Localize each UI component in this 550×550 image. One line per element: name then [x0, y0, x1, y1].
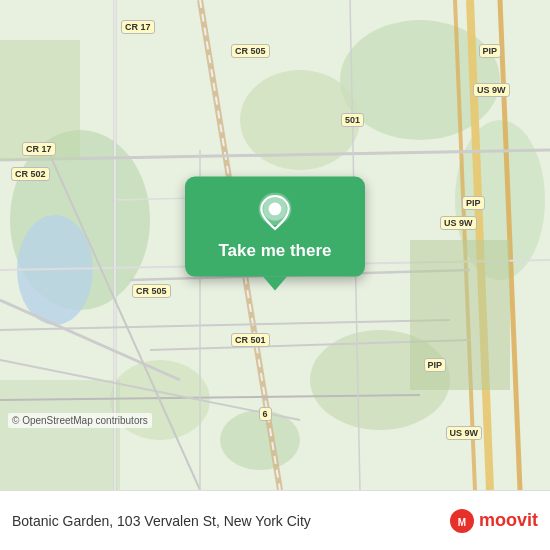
svg-text:M: M — [458, 517, 466, 528]
road-label-cr502: CR 502 — [11, 167, 50, 181]
road-label-cr505-bot: CR 505 — [132, 284, 171, 298]
road-label-pip-top: PIP — [479, 44, 502, 58]
road-label-cr17-mid: CR 17 — [22, 142, 56, 156]
location-pin-icon — [255, 193, 295, 233]
road-label-cr17-top: CR 17 — [121, 20, 155, 34]
svg-rect-7 — [0, 380, 120, 490]
footer: Botanic Garden, 103 Vervalen St, New Yor… — [0, 490, 550, 550]
road-label-6: 6 — [259, 407, 272, 421]
moovit-logo-icon: M — [449, 508, 475, 534]
road-label-us9w-top: US 9W — [473, 83, 510, 97]
copyright-text: © OpenStreetMap contributors — [8, 413, 152, 428]
moovit-logo: M moovit — [449, 508, 538, 534]
location-card[interactable]: Take me there — [185, 177, 365, 277]
road-label-us9w-mid: US 9W — [440, 216, 477, 230]
road-label-us9w-bot: US 9W — [446, 426, 483, 440]
take-me-there-button[interactable]: Take me there — [218, 241, 331, 261]
map-overlay: Take me there — [185, 177, 365, 291]
road-label-cr505-top: CR 505 — [231, 44, 270, 58]
svg-point-33 — [269, 203, 282, 216]
road-label-501: 501 — [341, 113, 364, 127]
map-container: CR 17 CR 505 CR 502 501 CR 17 US 9W PIP … — [0, 0, 550, 490]
road-label-cr501: CR 501 — [231, 333, 270, 347]
road-label-pip-bot: PIP — [424, 358, 447, 372]
moovit-logo-text: moovit — [479, 510, 538, 531]
road-label-pip-mid: PIP — [462, 196, 485, 210]
card-pointer — [263, 277, 287, 291]
footer-address: Botanic Garden, 103 Vervalen St, New Yor… — [12, 513, 441, 529]
